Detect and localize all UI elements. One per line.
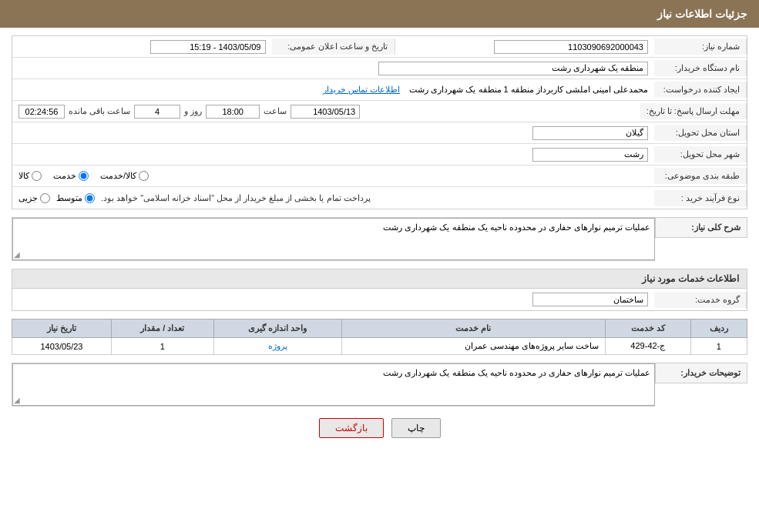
col-service-name: نام خدمت — [342, 320, 606, 338]
col-unit: واحد اندازه گیری — [213, 320, 342, 338]
resize-icon: ◢ — [14, 250, 20, 259]
delivery-city-input[interactable] — [532, 148, 648, 162]
buyer-name-row: نام دستگاه خریدار: — [12, 58, 747, 79]
category-goods-service-radio[interactable] — [139, 171, 149, 181]
cell-service-name: ساخت سایر پروژه‌های مهندسی عمران — [342, 338, 606, 355]
need-number-value — [395, 37, 655, 57]
reply-date-input[interactable] — [291, 105, 360, 119]
delivery-province-label: استان محل تحویل: — [654, 125, 747, 141]
days-label: روز و — [184, 106, 202, 116]
need-number-row: شماره نیاز: تاریخ و ساعت اعلان عمومی: — [12, 36, 747, 58]
cell-need-date: 1403/05/23 — [12, 338, 112, 355]
buyer-name-value — [12, 59, 654, 79]
cell-service-code: ج-42-429 — [605, 338, 690, 355]
purchase-type-label: نوع فرآیند خرید : — [654, 190, 747, 206]
need-desc-container: عملیات ترمیم نوارهای حفاری در محدوده ناح… — [12, 217, 655, 261]
service-group-value — [12, 289, 654, 309]
announcement-label: تاریخ و ساعت اعلان عمومی: — [272, 38, 395, 55]
reply-deadline-label: مهلت ارسال پاسخ: تا تاریخ: — [640, 103, 747, 119]
page-header: جزئیات اطلاعات نیاز — [0, 0, 759, 28]
service-group-section: گروه خدمت: — [12, 288, 747, 311]
purchase-partial-label: جزیی — [18, 193, 38, 203]
time-label: ساعت — [264, 106, 287, 116]
purchase-partial-item: جزیی — [18, 193, 50, 203]
reply-deadline-values: ساعت باقی مانده روز و ساعت — [12, 102, 640, 122]
delivery-city-value — [12, 145, 654, 165]
category-goods-item: کالا — [18, 171, 42, 181]
table-header: ردیف کد خدمت نام خدمت واحد اندازه گیری ت… — [12, 320, 747, 338]
buyer-notes-container: عملیات ترمیم نوارهای حفاری در محدوده ناح… — [12, 363, 655, 407]
purchase-partial-radio[interactable] — [40, 193, 50, 203]
services-table: ردیف کد خدمت نام خدمت واحد اندازه گیری ت… — [12, 319, 747, 355]
creator-label: ایجاد کننده درخواست: — [654, 82, 747, 98]
cell-row-num: 1 — [690, 338, 747, 355]
cell-unit: پروژه — [213, 338, 342, 355]
delivery-province-value — [12, 123, 654, 143]
buyer-notes-value: عملیات ترمیم نوارهای حفاری در محدوده ناح… — [12, 363, 655, 406]
need-desc-section: شرح کلی نیاز: عملیات ترمیم نوارهای حفاری… — [12, 217, 747, 261]
delivery-city-row: شهر محل تحویل: — [12, 144, 747, 166]
reply-deadline-row: مهلت ارسال پاسخ: تا تاریخ: ساعت باقی مان… — [12, 101, 747, 122]
category-value: کالا خدمت کالا/خدمت — [12, 168, 654, 184]
cell-quantity: 1 — [111, 338, 213, 355]
purchase-type-value: جزیی متوسط پرداخت تمام یا بخشی از مبلغ خ… — [12, 190, 654, 206]
notes-resize-icon: ◢ — [14, 396, 20, 404]
service-group-label: گروه خدمت: — [654, 292, 747, 308]
back-button[interactable]: بازگشت — [319, 418, 384, 438]
delivery-city-label: شهر محل تحویل: — [654, 146, 747, 162]
category-goods-service-label: کالا/خدمت — [100, 171, 136, 181]
col-row-num: ردیف — [690, 320, 747, 338]
reply-time-input[interactable] — [206, 105, 260, 119]
purchase-type-row: نوع فرآیند خرید : جزیی متوسط پرداخت تمام… — [12, 187, 747, 209]
main-info-section: شماره نیاز: تاریخ و ساعت اعلان عمومی: نا… — [12, 35, 747, 209]
purchase-medium-item: متوسط — [56, 193, 95, 203]
purchase-medium-label: متوسط — [56, 193, 82, 203]
category-service-label: خدمت — [53, 171, 76, 181]
page-title: جزئیات اطلاعات نیاز — [657, 8, 747, 20]
purchase-medium-radio[interactable] — [85, 193, 95, 203]
table-body: 1 ج-42-429 ساخت سایر پروژه‌های مهندسی عم… — [12, 338, 747, 355]
category-service-radio[interactable] — [79, 171, 89, 181]
page-container: جزئیات اطلاعات نیاز شماره نیاز: تاریخ و … — [0, 0, 759, 532]
button-group: چاپ بازگشت — [12, 407, 747, 450]
contact-link[interactable]: اطلاعات تماس خریدار — [323, 85, 400, 94]
delivery-province-row: استان محل تحویل: — [12, 122, 747, 144]
need-desc-label: شرح کلی نیاز: — [655, 217, 747, 238]
col-service-code: کد خدمت — [605, 320, 690, 338]
reply-remaining-input[interactable] — [18, 105, 65, 119]
category-row: طبقه بندی موضوعی: کالا خدمت کالا/خدمت — [12, 166, 747, 187]
need-number-input[interactable] — [494, 40, 648, 54]
purchase-note: پرداخت تمام یا بخشی از مبلغ خریدار از مح… — [101, 193, 371, 203]
need-number-label: شماره نیاز: — [654, 38, 747, 55]
table-header-row: ردیف کد خدمت نام خدمت واحد اندازه گیری ت… — [12, 320, 747, 338]
print-button[interactable]: چاپ — [391, 418, 441, 438]
delivery-province-input[interactable] — [532, 126, 648, 140]
announcement-input[interactable] — [150, 40, 266, 54]
creator-value: محمدعلی امینی املشی کاربرداز منطقه 1 منط… — [12, 82, 654, 98]
buyer-name-label: نام دستگاه خریدار: — [654, 60, 747, 76]
category-goods-radio[interactable] — [32, 171, 42, 181]
content-area: شماره نیاز: تاریخ و ساعت اعلان عمومی: نا… — [0, 28, 759, 457]
category-goods-service-item: کالا/خدمت — [100, 171, 149, 181]
category-goods-label: کالا — [18, 171, 29, 181]
creator-row: ایجاد کننده درخواست: محمدعلی امینی املشی… — [12, 79, 747, 101]
category-service-item: خدمت — [53, 171, 89, 181]
buyer-notes-label: توضیحات خریدار: — [655, 363, 747, 383]
service-group-input[interactable] — [532, 293, 648, 306]
services-section-title: اطلاعات خدمات مورد نیاز — [12, 269, 747, 288]
reply-days-input[interactable] — [134, 105, 180, 119]
category-label: طبقه بندی موضوعی: — [654, 168, 747, 184]
col-quantity: تعداد / مقدار — [111, 320, 213, 338]
creator-text: محمدعلی امینی املشی کاربرداز منطقه 1 منط… — [409, 85, 648, 94]
col-need-date: تاریخ نیاز — [12, 320, 112, 338]
announcement-value — [12, 37, 272, 57]
buyer-name-input[interactable] — [378, 62, 648, 75]
table-row: 1 ج-42-429 ساخت سایر پروژه‌های مهندسی عم… — [12, 338, 747, 355]
buyer-notes-section: توضیحات خریدار: عملیات ترمیم نوارهای حفا… — [12, 363, 747, 407]
service-group-row: گروه خدمت: — [12, 289, 747, 310]
need-desc-value: عملیات ترمیم نوارهای حفاری در محدوده ناح… — [12, 218, 655, 260]
remaining-label: ساعت باقی مانده — [69, 106, 130, 116]
